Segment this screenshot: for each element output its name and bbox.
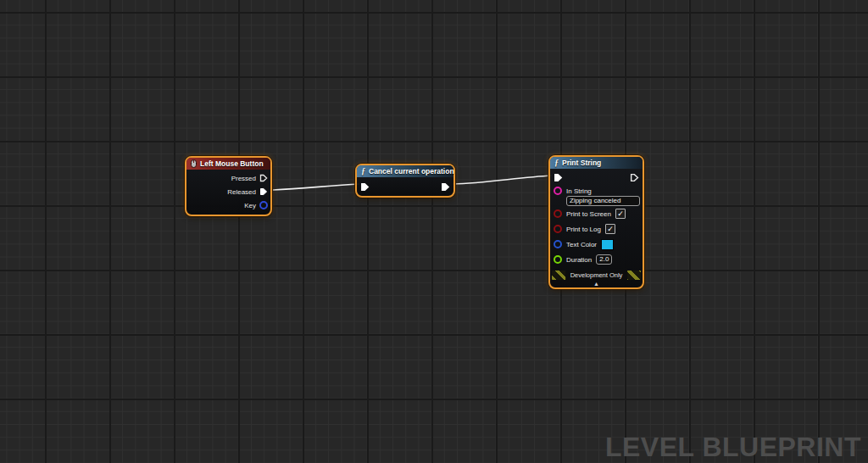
exec-wire[interactable] (273, 184, 359, 190)
development-only-label: Development Only (565, 271, 628, 280)
pin-row-in-string: In String Zipping canceled (550, 186, 643, 206)
in-string-input[interactable]: Zipping canceled (566, 196, 640, 206)
string-pin-icon[interactable] (554, 187, 562, 195)
pin-row-key: Key (190, 198, 268, 212)
node-title: Left Mouse Button (200, 159, 264, 168)
pin-label: Released (227, 188, 256, 196)
exec-out-pin-icon[interactable] (630, 173, 639, 182)
node-header[interactable]: ƒ Print String (550, 157, 643, 169)
bool-pin-icon[interactable] (554, 225, 562, 233)
pin-label: Print to Log (566, 226, 601, 233)
pin-label: Text Color (566, 241, 597, 248)
key-pin-icon[interactable] (259, 201, 268, 209)
pin-label: In String (566, 187, 592, 195)
exec-out-pin-icon[interactable] (441, 182, 450, 192)
collapse-node-button[interactable]: ▲ (550, 280, 643, 287)
function-icon: ƒ (361, 167, 365, 176)
function-icon: ƒ (554, 159, 559, 167)
mouse-icon (191, 159, 197, 168)
exec-wire[interactable] (453, 176, 552, 184)
exec-in-pin-icon[interactable] (360, 182, 370, 192)
pin-row-print-to-log: Print to Log ✓ (550, 221, 643, 237)
pin-row-text-color: Text Color (550, 237, 643, 252)
pin-label: Pressed (231, 175, 256, 182)
print-to-screen-checkbox[interactable]: ✓ (615, 209, 626, 219)
pin-row-pressed: Pressed (190, 171, 268, 185)
color-pin-icon[interactable] (554, 240, 562, 248)
node-cancel-current-operation[interactable]: ƒ Cancel current operation (355, 164, 455, 198)
node-title: Cancel current operation (369, 167, 454, 176)
pin-label: Key (244, 202, 256, 209)
exec-pin-icon[interactable] (259, 174, 268, 182)
pin-label: Duration (566, 256, 592, 264)
print-to-log-checkbox[interactable]: ✓ (605, 224, 615, 234)
blueprint-canvas[interactable]: { "watermark": "LEVEL BLUEPRINT", "glyph… (0, 0, 868, 463)
node-left-mouse-button[interactable]: Left Mouse Button Pressed Released Key (185, 156, 272, 216)
bool-pin-icon[interactable] (554, 209, 562, 218)
level-blueprint-watermark: LEVEL BLUEPRINT (605, 432, 861, 462)
text-color-swatch[interactable] (601, 239, 614, 250)
float-pin-icon[interactable] (554, 255, 562, 264)
duration-input[interactable]: 2.0 (596, 254, 612, 265)
node-header[interactable]: ƒ Cancel current operation (357, 165, 453, 177)
node-title: Print String (562, 159, 601, 167)
pin-label: Print to Screen (566, 210, 611, 218)
wire-layer (0, 0, 868, 463)
node-header[interactable]: Left Mouse Button (186, 158, 270, 170)
development-only-banner: Development Only (552, 271, 641, 280)
exec-pin-icon[interactable] (259, 187, 268, 196)
pin-row-duration: Duration 2.0 (550, 252, 643, 267)
pin-row-print-to-screen: Print to Screen ✓ (550, 206, 643, 221)
node-print-string[interactable]: ƒ Print String In String Zipping cancele… (548, 155, 644, 289)
pin-row-released: Released (190, 185, 268, 198)
exec-in-pin-icon[interactable] (554, 173, 563, 182)
